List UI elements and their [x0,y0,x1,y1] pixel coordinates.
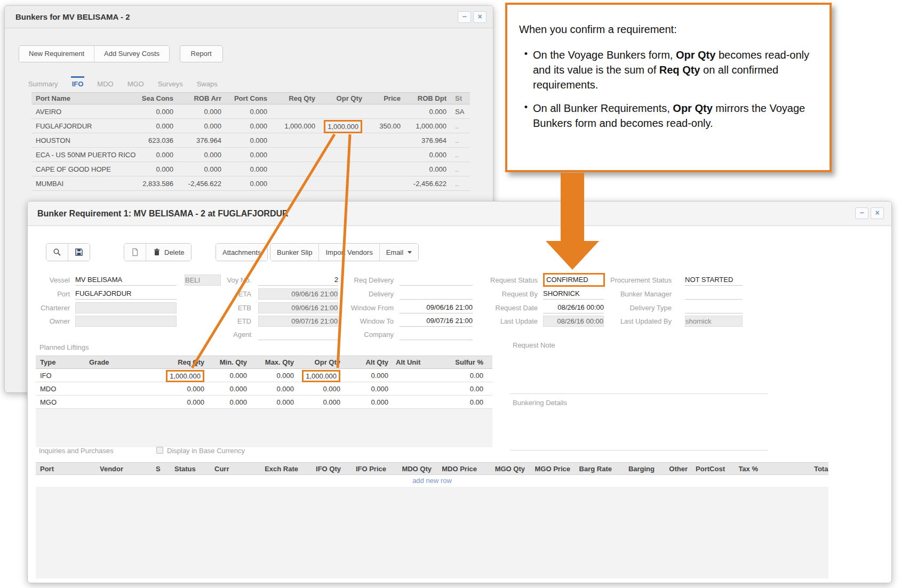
etb-label: ETB [214,302,251,313]
company-field[interactable] [400,329,473,340]
owner-label: Owner [29,316,70,327]
col-exch-rate: Exch Rate [252,463,302,474]
col-s: S [156,463,174,474]
table-row-eca-puerto-rico[interactable]: ECA - US 50NM PUERTO RICO 0.000 0.000 0.… [31,148,470,162]
bunker-manager-label: Bunker Manager [597,288,672,300]
tab-swaps[interactable]: Swaps [196,76,219,89]
bunker-manager-field[interactable] [685,288,743,300]
table-row-houston[interactable]: HOUSTON 623.036 376.964 0.000 376.964 .. [31,133,470,148]
request-status-label: Request Status [474,275,538,286]
col-total: Total [762,463,828,474]
requirement-window-titlebar[interactable]: Bunker Requirement 1: MV BELISAMA - 2 at… [28,202,891,226]
bunker-requirement-window: Bunker Requirement 1: MV BELISAMA - 2 at… [27,201,892,583]
email-dropdown-button[interactable]: Email [379,244,419,261]
bunker-slip-button[interactable]: Bunker Slip [270,244,318,261]
col-vendor: Vendor [100,463,156,474]
add-survey-costs-button[interactable]: Add Survey Costs [94,46,169,62]
bunkering-details-label: Bunkering Details [513,399,567,407]
owner-field [75,316,177,327]
voyage-window-titlebar[interactable]: Bunkers for MV BELISAMA - 2 [5,6,493,28]
col-opr-qty: Opr Qty [320,93,366,104]
etb-field: 09/06/16 21:00 [258,302,338,313]
table-row-aveiro[interactable]: AVEIRO 0.000 0.000 0.000 0.000 SA [31,104,470,119]
last-updated-by-field: shornick [685,316,743,327]
delivery-type-field[interactable] [685,302,743,313]
inquiries-label: Inquiries and Purchases [39,447,113,455]
col-sulfur: Sulfur % [425,356,488,368]
add-new-row-link[interactable]: add new row [36,475,828,487]
procurement-status-field: NOT STARTED [685,275,743,286]
window-from-field[interactable]: 09/06/16 21:00 [400,302,473,313]
tab-surveys[interactable]: Surveys [157,76,184,89]
port-field[interactable]: FUGLAFJORDUR [75,288,177,300]
annotation-callout: When you confirm a requirement: • On the… [505,3,832,172]
request-date-field[interactable]: 08/26/16 00:00 [543,302,604,313]
table-row-mumbai[interactable]: MUMBAI 2,833.586 -2,456.622 0.000 -2,456… [31,176,470,191]
close-button[interactable]: × [473,11,487,23]
col-grade: Grade [89,356,150,368]
req-delivery-field[interactable] [400,275,473,286]
planned-liftings-table: Type Grade Req Qty Min. Qty Max. Qty Opr… [36,356,492,409]
col-max-qty: Max. Qty [251,356,298,368]
col-port-name: Port Name [31,93,131,104]
port-label: Port [29,288,70,300]
table-row-fuglafjordur[interactable]: FUGLAFJORDUR 0.000 0.000 0.000 1,000.000… [31,119,470,133]
inquiries-empty-area [36,487,828,578]
highlight-req-qty: 1,000.000 [166,370,204,382]
report-button[interactable]: Report [180,45,223,62]
request-by-field[interactable]: SHORNICK [543,288,604,300]
planned-liftings-label: Planned Liftings [39,343,89,351]
col-req-qty: Req Qty [150,356,209,368]
attachments-button[interactable]: Attachments [216,244,267,261]
inquiries-table: Port Vendor S Status Curr Exch Rate IFO … [36,462,828,475]
import-vendors-button[interactable]: Import Vendors [318,244,379,261]
voy-no-field[interactable]: 2 [258,275,338,286]
delivery-field[interactable] [400,288,473,300]
minimize-button[interactable]: − [458,11,471,23]
last-updated-by-label: Last Updated By [597,316,672,327]
lifting-row-mdo[interactable]: MDO 0.000 0.000 0.000 0.000 0.000 0.00 [36,382,492,396]
callout-title: When you confirm a requirement: [519,22,816,37]
tab-mdo[interactable]: MDO [96,76,114,89]
col-st: St [451,93,470,104]
notes-button[interactable] [124,244,146,261]
tab-mgo[interactable]: MGO [126,76,145,89]
minimize-button[interactable]: − [855,207,868,219]
tab-ifo[interactable]: IFO [71,76,85,89]
agent-field[interactable] [258,329,338,340]
bullet-dot: • [519,47,533,92]
lifting-row-ifo[interactable]: IFO 1,000.000 0.000 0.000 1,000.000 0.00… [36,369,492,382]
table-row-cape-of-good-hope[interactable]: CAPE OF GOOD HOPE 0.000 0.000 0.000 0.00… [31,162,470,176]
close-button[interactable]: × [871,207,884,219]
callout-bullet-1: • On the Voyage Bunkers form, Opr Qty be… [519,47,816,92]
col-status: Status [174,463,214,474]
charterer-field [75,302,177,313]
requirement-window-title: Bunker Requirement 1: MV BELISAMA - 2 at… [28,209,289,219]
tab-summary[interactable]: Summary [27,76,59,89]
delete-button[interactable]: Delete [146,244,191,261]
col-ifo-qty: IFO Qty [302,463,345,474]
requirement-toolbar: Delete Attachments Bunker Slip Import Ve… [28,243,891,261]
col-curr: Curr [214,463,252,474]
last-update-label: Last Update [474,316,538,327]
lifting-row-mgo[interactable]: MGO 0.000 0.000 0.000 0.000 0.000 0.00 [36,396,492,409]
vessel-field[interactable]: MV BELISAMA [75,275,177,286]
col-tax: Tax % [729,463,762,474]
etd-label: ETD [214,316,251,327]
col-ifo-price: IFO Price [345,463,390,474]
display-base-currency-checkbox[interactable] [156,447,163,454]
planned-liftings-header-row: Type Grade Req Qty Min. Qty Max. Qty Opr… [36,356,492,369]
voyage-tabs: Summary IFO MDO MGO Surveys Swaps [27,76,219,89]
col-sea-cons: Sea Cons [131,93,178,104]
search-button[interactable] [46,244,68,261]
col-price: Price [366,93,405,104]
save-button[interactable] [68,244,90,261]
window-from-label: Window From [338,302,394,313]
eta-field: 09/06/16 21:00 [258,288,338,300]
delivery-label: Delivery [338,288,394,300]
voyage-toolbar: New Requirement Add Survey Costs Report [19,45,223,62]
window-to-field[interactable]: 09/07/16 21:00 [400,316,473,327]
new-requirement-button[interactable]: New Requirement [19,46,94,62]
save-icon [75,248,83,256]
bullet-dot: • [519,101,533,131]
